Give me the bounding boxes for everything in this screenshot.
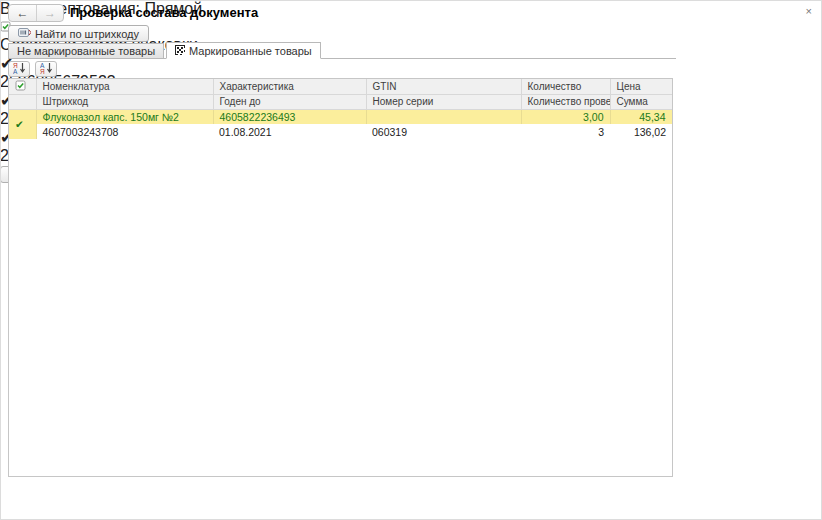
tab-unmarked-label: Не маркированные товары	[17, 45, 155, 57]
col-header-price[interactable]: Цена	[610, 79, 672, 94]
col-header-quantity[interactable]: Количество	[521, 79, 610, 94]
cell-expires[interactable]: 01.08.2021	[213, 124, 366, 139]
col-header-sum[interactable]: Сумма	[610, 94, 672, 109]
forward-button[interactable]: →	[36, 5, 63, 21]
col-header-nomenclature[interactable]: Номенклатура	[36, 79, 213, 94]
back-button[interactable]: ←	[9, 5, 36, 21]
col-header-quantity-checked[interactable]: Количество проверено	[521, 94, 610, 109]
marked-goods-table[interactable]: Номенклатура Характеристика GTIN Количес…	[8, 78, 673, 477]
find-by-barcode-label: Найти по штрихкоду	[35, 28, 139, 40]
sort-toolbar: ЯА АЯ	[8, 61, 57, 77]
col-header-expires[interactable]: Годен до	[213, 94, 366, 109]
svg-text:Я: Я	[40, 68, 45, 74]
cell-characteristic[interactable]: 4605822236493	[213, 109, 366, 124]
datamatrix-icon	[175, 45, 185, 57]
cell-barcode[interactable]: 4607003243708	[36, 124, 213, 139]
tab-marked-label: Маркированные товары	[189, 45, 312, 57]
tab-marked-goods[interactable]: Маркированные товары	[166, 42, 321, 59]
col-header-barcode[interactable]: Штрихкод	[36, 94, 213, 109]
sort-ascending-icon: АЯ	[40, 60, 53, 78]
table-header-row-2: Штрихкод Годен до Номер серии Количество…	[9, 94, 672, 109]
cell-series[interactable]: 060319	[366, 124, 521, 139]
svg-text:А: А	[13, 68, 18, 74]
close-button[interactable]: ×	[806, 4, 812, 18]
col-header-series[interactable]: Номер серии	[366, 94, 521, 109]
cell-sum[interactable]: 136,02	[610, 124, 672, 139]
forward-icon: →	[44, 6, 56, 20]
col-header-gtin[interactable]: GTIN	[366, 79, 521, 94]
sort-descending-icon: ЯА	[13, 60, 26, 78]
sort-ascending-button[interactable]: АЯ	[35, 61, 57, 77]
row-checked-cell[interactable]: ✔	[9, 109, 36, 139]
close-icon: ×	[806, 5, 812, 17]
sort-descending-button[interactable]: ЯА	[8, 61, 30, 77]
header-check-spacer	[9, 94, 36, 109]
back-icon: ←	[17, 6, 29, 20]
cell-quantity[interactable]: 3,00	[521, 109, 610, 124]
find-by-barcode-button[interactable]: Найти по штрихкоду	[8, 25, 149, 42]
cell-price[interactable]: 45,34	[610, 109, 672, 124]
tab-bar: Не маркированные товары Маркированные то…	[8, 42, 676, 59]
row-check-icon: ✔	[15, 118, 24, 130]
table-header-row-1: Номенклатура Характеристика GTIN Количес…	[9, 79, 672, 94]
tab-unmarked-goods[interactable]: Не маркированные товары	[8, 43, 164, 58]
cell-gtin[interactable]	[366, 109, 521, 124]
barcode-scanner-icon	[18, 27, 31, 40]
cell-nomenclature[interactable]: Флуконазол капс. 150мг №2	[36, 109, 213, 124]
checkbox-checked-icon	[15, 82, 26, 93]
header-check-cell[interactable]	[9, 79, 36, 94]
nav-button-group: ← →	[8, 4, 64, 22]
page-title: Проверка состава документа	[70, 5, 258, 20]
table-row-line-2[interactable]: 4607003243708 01.08.2021 060319 3 136,02	[9, 124, 672, 139]
cell-quantity-checked[interactable]: 3	[521, 124, 610, 139]
col-header-characteristic[interactable]: Характеристика	[213, 79, 366, 94]
table-row-line-1[interactable]: ✔ Флуконазол капс. 150мг №2 460582223649…	[9, 109, 672, 124]
